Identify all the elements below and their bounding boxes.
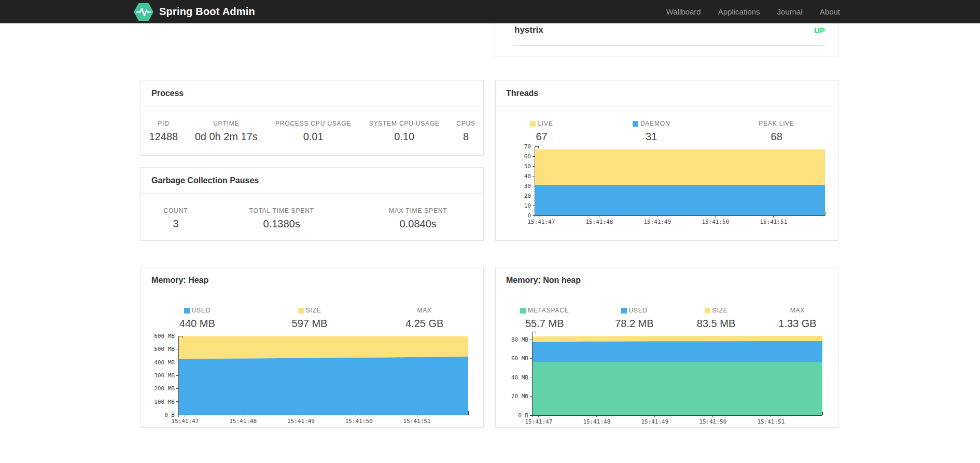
svg-text:70: 70: [524, 143, 531, 150]
svg-text:15:41:51: 15:41:51: [757, 418, 785, 425]
metric-nonheap-max: MAX 1.33 GB: [757, 307, 838, 330]
svg-text:500 MB: 500 MB: [154, 346, 175, 352]
svg-text:15:41:49: 15:41:49: [287, 418, 315, 425]
metric-pid: PID 12488: [141, 120, 186, 143]
svg-text:0 B: 0 B: [518, 412, 528, 419]
svg-text:15:41:47: 15:41:47: [525, 418, 552, 425]
nonheap-card-header: Memory: Non heap: [496, 267, 838, 293]
gc-card-header: Garbage Collection Pauses: [141, 168, 483, 194]
svg-text:15:41:50: 15:41:50: [702, 219, 729, 225]
svg-text:300 MB: 300 MB: [154, 372, 175, 379]
gc-pauses-card: Garbage Collection Pauses COUNT 3 TOTAL …: [141, 167, 484, 241]
brand-title: Spring Boot Admin: [159, 6, 255, 18]
threads-card-title: Threads: [506, 89, 538, 98]
svg-text:15:41:51: 15:41:51: [760, 219, 787, 225]
process-card: Process PID 12488 UPTIME 0d 0h 2m 17s PR…: [141, 80, 484, 156]
application-name: hystrix: [514, 25, 543, 35]
metaspace-legend-swatch: [520, 308, 526, 314]
svg-text:0 B: 0 B: [164, 412, 175, 418]
nonheap-used-legend-swatch: [621, 308, 627, 314]
svg-text:40: 40: [524, 173, 531, 180]
nav-link-applications[interactable]: Applications: [718, 7, 760, 16]
metric-nonheap-used: USED 78.2 MB: [593, 307, 675, 330]
metric-live: LIVE 67: [496, 120, 587, 143]
svg-text:80 MB: 80 MB: [511, 336, 528, 343]
metric-daemon: DAEMON 31: [587, 120, 715, 143]
svg-text:15:41:51: 15:41:51: [403, 418, 431, 425]
nonheap-legend: METASPACE 55.7 MB USED 78.2 MB SIZE 83.5…: [496, 293, 838, 330]
status-badge: UP: [814, 26, 825, 35]
svg-text:50: 50: [524, 163, 531, 170]
threads-card-header: Threads: [496, 80, 838, 106]
process-card-header: Process: [141, 80, 483, 106]
nav-link-wallboard[interactable]: Wallboard: [666, 7, 701, 16]
metric-gc-max-time: MAX TIME SPENT 0.0840s: [353, 207, 483, 230]
svg-text:40 MB: 40 MB: [511, 374, 528, 381]
svg-text:15:41:49: 15:41:49: [641, 418, 668, 425]
nav-link-about[interactable]: About: [820, 7, 840, 16]
metric-heap-size: SIZE 597 MB: [254, 307, 366, 330]
memory-heap-card: Memory: Heap USED 440 MB SIZE 597 MB MAX…: [141, 267, 484, 428]
memory-nonheap-card: Memory: Non heap METASPACE 55.7 MB USED …: [495, 267, 838, 428]
gc-card-title: Garbage Collection Pauses: [151, 176, 259, 185]
nav-links: Wallboard Applications Journal About: [666, 7, 840, 16]
svg-text:100 MB: 100 MB: [154, 399, 175, 405]
svg-text:15:41:48: 15:41:48: [583, 418, 610, 425]
nonheap-size-legend-swatch: [705, 308, 710, 314]
svg-text:200 MB: 200 MB: [154, 385, 175, 392]
svg-text:15:41:49: 15:41:49: [643, 219, 671, 225]
metric-gc-count: COUNT 3: [141, 207, 211, 230]
svg-text:20: 20: [524, 193, 531, 199]
navbar: Spring Boot Admin Wallboard Applications…: [0, 0, 980, 23]
svg-text:10: 10: [524, 202, 531, 209]
metric-peak-live: PEAK LIVE 68: [715, 120, 838, 143]
live-legend-swatch: [530, 121, 536, 127]
svg-text:15:41:48: 15:41:48: [585, 219, 613, 225]
spring-boot-admin-logo-icon: [134, 3, 153, 21]
heap-card-title: Memory: Heap: [151, 276, 208, 284]
svg-text:0: 0: [527, 212, 531, 219]
metric-heap-max: MAX 4.25 GB: [366, 307, 483, 330]
svg-text:60: 60: [524, 153, 531, 160]
heap-card-header: Memory: Heap: [141, 267, 483, 293]
brand[interactable]: Spring Boot Admin: [134, 3, 255, 21]
svg-text:15:41:47: 15:41:47: [171, 418, 199, 425]
heap-legend: USED 440 MB SIZE 597 MB MAX 4.25 GB: [141, 293, 483, 330]
metric-uptime: UPTIME 0d 0h 2m 17s: [186, 120, 267, 143]
svg-text:15:41:47: 15:41:47: [527, 219, 555, 225]
metric-process-cpu-usage: PROCESS CPU USAGE 0.01: [267, 120, 360, 143]
metric-gc-total-time: TOTAL TIME SPENT 0.1380s: [211, 207, 353, 230]
gc-metrics: COUNT 3 TOTAL TIME SPENT 0.1380s MAX TIM…: [141, 194, 483, 230]
svg-text:15:41:50: 15:41:50: [699, 418, 726, 425]
svg-text:600 MB: 600 MB: [154, 333, 175, 339]
svg-text:15:41:50: 15:41:50: [345, 418, 373, 425]
nav-link-journal[interactable]: Journal: [777, 7, 803, 16]
metric-cpus: CPUS 8: [449, 120, 483, 143]
daemon-legend-swatch: [633, 121, 638, 127]
heap-used-legend-swatch: [184, 308, 190, 314]
process-metrics: PID 12488 UPTIME 0d 0h 2m 17s PROCESS CP…: [141, 106, 483, 143]
metric-system-cpu-usage: SYSTEM CPU USAGE 0.10: [360, 120, 449, 143]
process-card-title: Process: [151, 89, 184, 98]
svg-text:60 MB: 60 MB: [511, 355, 528, 362]
nonheap-card-title: Memory: Non heap: [506, 276, 581, 284]
heap-size-legend-swatch: [298, 308, 304, 314]
metric-heap-used: USED 440 MB: [141, 307, 254, 330]
svg-text:20 MB: 20 MB: [511, 393, 528, 400]
threads-card: Threads LIVE 67 DAEMON 31 PEAK LIVE 68 0…: [495, 80, 838, 241]
metric-metaspace: METASPACE 55.7 MB: [496, 307, 593, 330]
svg-text:30: 30: [524, 183, 531, 189]
svg-text:15:41:48: 15:41:48: [229, 418, 257, 425]
metric-nonheap-size: SIZE 83.5 MB: [675, 307, 757, 330]
svg-text:400 MB: 400 MB: [154, 359, 175, 366]
threads-legend: LIVE 67 DAEMON 31 PEAK LIVE 68: [496, 106, 838, 143]
